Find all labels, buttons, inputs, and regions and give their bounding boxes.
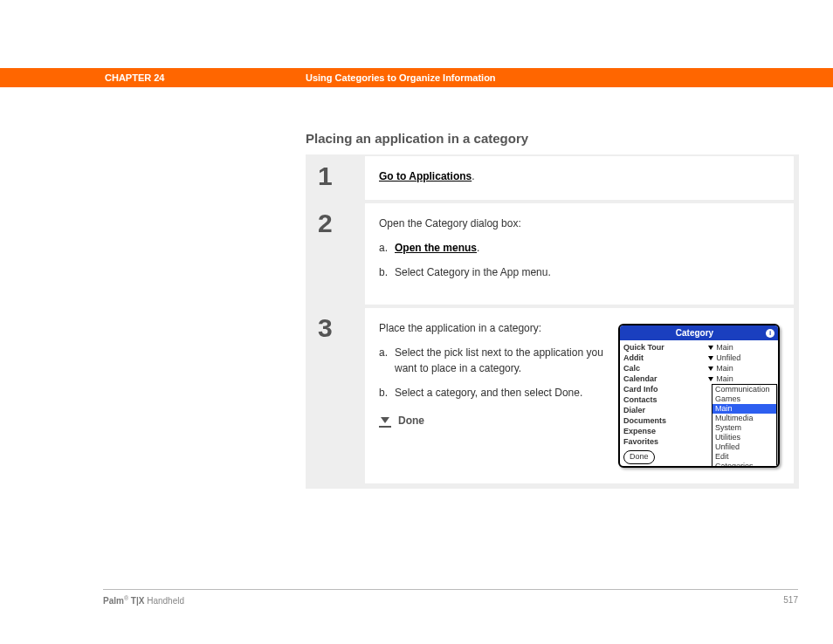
steps-container: 1 Go to Applications. 2 Open the Categor…: [306, 154, 799, 489]
info-icon: i: [766, 329, 774, 338]
substep-text: Select the pick list next to the applica…: [395, 345, 606, 376]
dropdown-item[interactable]: Utilities: [713, 433, 776, 442]
dialog-titlebar: Category i: [620, 325, 778, 340]
done-arrow-icon: [379, 414, 391, 428]
app-row: Documents: [622, 415, 706, 426]
app-row: Card Info: [622, 384, 706, 394]
substep-letter: b.: [379, 385, 395, 401]
step-row: 1 Go to Applications.: [307, 156, 794, 200]
substep-text: .: [477, 242, 479, 254]
app-row: Contacts: [622, 394, 706, 405]
dropdown-item[interactable]: System: [713, 423, 776, 433]
dropdown-item[interactable]: Communication: [713, 385, 776, 394]
app-row: Favorites: [622, 436, 706, 447]
step-number: 1: [307, 156, 365, 200]
chapter-subtitle: Using Categories to Organize Information: [306, 72, 496, 83]
app-row: Calendar: [622, 373, 706, 384]
substep-text: Select a category, and then select Done.: [395, 385, 582, 401]
step-row: 2 Open the Category dialog box: a. Open …: [307, 203, 794, 305]
dropdown-triangle-icon: [708, 377, 713, 381]
page-footer: Palm® T|X Handheld 517: [103, 589, 798, 606]
category-dropdown[interactable]: CommunicationGamesMainMultimediaSystemUt…: [712, 384, 777, 468]
step-body: Open the Category dialog box: a. Open th…: [365, 203, 794, 305]
substep: a. Select the pick list next to the appl…: [379, 345, 606, 376]
category-value: Unfiled: [716, 353, 740, 363]
app-row: Addit: [622, 353, 706, 363]
app-list: Quick TourAdditCalcCalendarCard InfoCont…: [622, 342, 706, 447]
substep-letter: a.: [379, 345, 395, 376]
app-row: Dialer: [622, 405, 706, 415]
step-text: .: [472, 170, 474, 182]
dropdown-triangle-icon: [708, 367, 713, 371]
dropdown-item[interactable]: Edit Categories...: [713, 452, 776, 468]
step-number: 2: [307, 203, 365, 305]
open-the-menus-link[interactable]: Open the menus: [395, 242, 477, 254]
dropdown-item[interactable]: Multimedia: [713, 414, 776, 423]
dropdown-triangle-icon: [708, 346, 713, 350]
dropdown-item[interactable]: Main: [713, 404, 776, 414]
go-to-applications-link[interactable]: Go to Applications: [379, 170, 472, 182]
page-number: 517: [783, 595, 798, 606]
main-content: Placing an application in a category 1 G…: [306, 131, 799, 489]
dropdown-item[interactable]: Unfiled: [713, 442, 776, 452]
substep-letter: b.: [379, 264, 395, 280]
category-picklist[interactable]: Main: [706, 363, 776, 373]
app-row: Quick Tour: [622, 342, 706, 353]
substep-text: Select Category in the App menu.: [395, 264, 551, 280]
step-row: 3 Place the application in a category: a…: [307, 308, 794, 483]
brand-name: Palm: [103, 596, 124, 606]
section-title: Placing an application in a category: [306, 131, 799, 146]
app-row: Expense: [622, 426, 706, 436]
category-value: Main: [716, 373, 733, 384]
substep: b. Select a category, and then select Do…: [379, 385, 606, 401]
step-body: Place the application in a category: a. …: [365, 308, 794, 483]
category-picklist[interactable]: Unfiled: [706, 353, 776, 363]
substep: a. Open the menus.: [379, 240, 780, 256]
category-dialog-screenshot: Category i Quick TourAdditCalcCalendarCa…: [618, 324, 780, 468]
app-row: Calc: [622, 363, 706, 373]
header-bar: CHAPTER 24 Using Categories to Organize …: [0, 68, 833, 87]
substep-letter: a.: [379, 240, 395, 256]
substep: b. Select Category in the App menu.: [379, 264, 780, 280]
step-intro: Place the application in a category:: [379, 320, 606, 336]
dialog-title: Category: [623, 326, 766, 339]
category-value: Main: [716, 342, 733, 353]
brand-suffix: Handheld: [144, 596, 184, 606]
step-intro: Open the Category dialog box:: [379, 216, 780, 231]
dropdown-triangle-icon: [708, 356, 713, 360]
category-picklist[interactable]: Main: [706, 342, 776, 353]
dropdown-item[interactable]: Games: [713, 394, 776, 404]
footer-brand: Palm® T|X Handheld: [103, 595, 184, 606]
category-value: Main: [716, 363, 733, 373]
category-picklist[interactable]: Main: [706, 373, 776, 384]
done-indicator: Done: [379, 413, 606, 428]
step-number: 3: [307, 308, 365, 483]
step-body: Go to Applications.: [365, 156, 794, 200]
done-label: Done: [398, 413, 424, 428]
brand-model: T|X: [128, 596, 144, 606]
done-button[interactable]: Done: [623, 450, 655, 464]
chapter-label: CHAPTER 24: [105, 72, 306, 83]
